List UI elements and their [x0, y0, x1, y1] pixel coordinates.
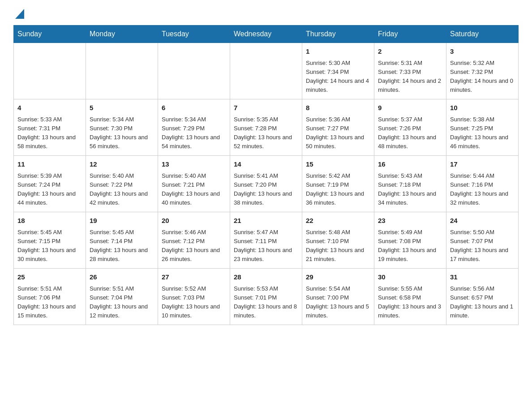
calendar-cell	[158, 43, 230, 99]
day-info: Sunrise: 5:54 AMSunset: 7:00 PMDaylight:…	[306, 284, 370, 321]
weekday-header-saturday: Saturday	[446, 26, 519, 43]
logo-triangle-icon	[15, 9, 24, 21]
calendar-week-row: 25Sunrise: 5:51 AMSunset: 7:06 PMDayligh…	[14, 269, 519, 325]
day-number: 7	[234, 103, 298, 113]
calendar-week-row: 11Sunrise: 5:39 AMSunset: 7:24 PMDayligh…	[14, 156, 519, 212]
calendar-cell: 13Sunrise: 5:40 AMSunset: 7:21 PMDayligh…	[158, 156, 230, 212]
calendar-cell: 8Sunrise: 5:36 AMSunset: 7:27 PMDaylight…	[302, 99, 374, 156]
day-info: Sunrise: 5:53 AMSunset: 7:01 PMDaylight:…	[234, 284, 298, 321]
calendar-cell: 12Sunrise: 5:40 AMSunset: 7:22 PMDayligh…	[86, 156, 158, 212]
calendar-cell: 21Sunrise: 5:47 AMSunset: 7:11 PMDayligh…	[230, 212, 302, 269]
calendar-cell: 29Sunrise: 5:54 AMSunset: 7:00 PMDayligh…	[302, 269, 374, 325]
day-number: 16	[378, 159, 442, 170]
weekday-header-monday: Monday	[86, 26, 158, 43]
day-info: Sunrise: 5:40 AMSunset: 7:22 PMDaylight:…	[90, 171, 154, 208]
calendar-cell: 28Sunrise: 5:53 AMSunset: 7:01 PMDayligh…	[230, 269, 302, 325]
day-info: Sunrise: 5:56 AMSunset: 6:57 PMDaylight:…	[450, 284, 515, 321]
day-number: 10	[450, 103, 515, 113]
calendar-cell: 31Sunrise: 5:56 AMSunset: 6:57 PMDayligh…	[446, 269, 519, 325]
calendar-cell	[86, 43, 158, 99]
calendar-cell: 17Sunrise: 5:44 AMSunset: 7:16 PMDayligh…	[446, 156, 519, 212]
day-number: 2	[378, 47, 442, 57]
day-number: 3	[450, 47, 515, 57]
day-info: Sunrise: 5:46 AMSunset: 7:12 PMDaylight:…	[162, 228, 226, 264]
calendar-cell: 3Sunrise: 5:32 AMSunset: 7:32 PMDaylight…	[446, 43, 519, 99]
calendar-cell: 4Sunrise: 5:33 AMSunset: 7:31 PMDaylight…	[14, 99, 86, 156]
logo	[13, 9, 24, 21]
day-number: 20	[162, 216, 226, 226]
calendar-cell	[230, 43, 302, 99]
day-number: 31	[450, 272, 515, 283]
day-info: Sunrise: 5:51 AMSunset: 7:04 PMDaylight:…	[90, 284, 154, 321]
day-number: 29	[306, 272, 370, 283]
day-info: Sunrise: 5:52 AMSunset: 7:03 PMDaylight:…	[162, 284, 226, 321]
day-info: Sunrise: 5:38 AMSunset: 7:25 PMDaylight:…	[450, 115, 515, 151]
day-number: 9	[378, 103, 442, 113]
day-number: 15	[306, 159, 370, 170]
day-number: 1	[306, 47, 370, 57]
day-number: 11	[17, 159, 82, 170]
day-info: Sunrise: 5:50 AMSunset: 7:07 PMDaylight:…	[450, 228, 515, 264]
calendar-cell: 14Sunrise: 5:41 AMSunset: 7:20 PMDayligh…	[230, 156, 302, 212]
day-info: Sunrise: 5:35 AMSunset: 7:28 PMDaylight:…	[234, 115, 298, 151]
day-info: Sunrise: 5:42 AMSunset: 7:19 PMDaylight:…	[306, 171, 370, 208]
day-number: 30	[378, 272, 442, 283]
day-number: 5	[90, 103, 154, 113]
calendar-cell: 7Sunrise: 5:35 AMSunset: 7:28 PMDaylight…	[230, 99, 302, 156]
calendar-header-row: SundayMondayTuesdayWednesdayThursdayFrid…	[14, 26, 519, 43]
day-info: Sunrise: 5:40 AMSunset: 7:21 PMDaylight:…	[162, 171, 226, 208]
calendar-cell: 22Sunrise: 5:48 AMSunset: 7:10 PMDayligh…	[302, 212, 374, 269]
day-info: Sunrise: 5:43 AMSunset: 7:18 PMDaylight:…	[378, 171, 442, 208]
weekday-header-thursday: Thursday	[302, 26, 374, 43]
calendar-cell: 24Sunrise: 5:50 AMSunset: 7:07 PMDayligh…	[446, 212, 519, 269]
calendar-cell: 26Sunrise: 5:51 AMSunset: 7:04 PMDayligh…	[86, 269, 158, 325]
day-number: 17	[450, 159, 515, 170]
day-number: 4	[17, 103, 82, 113]
day-info: Sunrise: 5:49 AMSunset: 7:08 PMDaylight:…	[378, 228, 442, 264]
day-info: Sunrise: 5:33 AMSunset: 7:31 PMDaylight:…	[17, 115, 82, 151]
calendar-cell: 15Sunrise: 5:42 AMSunset: 7:19 PMDayligh…	[302, 156, 374, 212]
day-number: 22	[306, 216, 370, 226]
weekday-header-wednesday: Wednesday	[230, 26, 302, 43]
day-info: Sunrise: 5:55 AMSunset: 6:58 PMDaylight:…	[378, 284, 442, 321]
day-info: Sunrise: 5:34 AMSunset: 7:30 PMDaylight:…	[90, 115, 154, 151]
day-info: Sunrise: 5:51 AMSunset: 7:06 PMDaylight:…	[17, 284, 82, 321]
calendar-cell: 1Sunrise: 5:30 AMSunset: 7:34 PMDaylight…	[302, 43, 374, 99]
calendar-week-row: 4Sunrise: 5:33 AMSunset: 7:31 PMDaylight…	[14, 99, 519, 156]
calendar-cell: 30Sunrise: 5:55 AMSunset: 6:58 PMDayligh…	[374, 269, 446, 325]
calendar-week-row: 18Sunrise: 5:45 AMSunset: 7:15 PMDayligh…	[14, 212, 519, 269]
weekday-header-sunday: Sunday	[14, 26, 86, 43]
day-info: Sunrise: 5:45 AMSunset: 7:14 PMDaylight:…	[90, 228, 154, 264]
day-info: Sunrise: 5:41 AMSunset: 7:20 PMDaylight:…	[234, 171, 298, 208]
calendar-cell: 2Sunrise: 5:31 AMSunset: 7:33 PMDaylight…	[374, 43, 446, 99]
day-info: Sunrise: 5:32 AMSunset: 7:32 PMDaylight:…	[450, 59, 515, 95]
day-number: 13	[162, 159, 226, 170]
calendar-cell	[14, 43, 86, 99]
calendar-cell: 23Sunrise: 5:49 AMSunset: 7:08 PMDayligh…	[374, 212, 446, 269]
calendar-cell: 11Sunrise: 5:39 AMSunset: 7:24 PMDayligh…	[14, 156, 86, 212]
calendar-cell: 27Sunrise: 5:52 AMSunset: 7:03 PMDayligh…	[158, 269, 230, 325]
day-number: 19	[90, 216, 154, 226]
day-number: 26	[90, 272, 154, 283]
day-number: 12	[90, 159, 154, 170]
calendar-cell: 5Sunrise: 5:34 AMSunset: 7:30 PMDaylight…	[86, 99, 158, 156]
day-number: 21	[234, 216, 298, 226]
day-info: Sunrise: 5:39 AMSunset: 7:24 PMDaylight:…	[17, 171, 82, 208]
calendar-cell: 9Sunrise: 5:37 AMSunset: 7:26 PMDaylight…	[374, 99, 446, 156]
svg-marker-0	[15, 9, 24, 19]
day-info: Sunrise: 5:34 AMSunset: 7:29 PMDaylight:…	[162, 115, 226, 151]
day-info: Sunrise: 5:30 AMSunset: 7:34 PMDaylight:…	[306, 59, 370, 95]
calendar-cell: 10Sunrise: 5:38 AMSunset: 7:25 PMDayligh…	[446, 99, 519, 156]
day-number: 6	[162, 103, 226, 113]
day-info: Sunrise: 5:47 AMSunset: 7:11 PMDaylight:…	[234, 228, 298, 264]
calendar-cell: 18Sunrise: 5:45 AMSunset: 7:15 PMDayligh…	[14, 212, 86, 269]
calendar-cell: 25Sunrise: 5:51 AMSunset: 7:06 PMDayligh…	[14, 269, 86, 325]
calendar-table: SundayMondayTuesdayWednesdayThursdayFrid…	[13, 25, 519, 325]
day-number: 25	[17, 272, 82, 283]
day-info: Sunrise: 5:45 AMSunset: 7:15 PMDaylight:…	[17, 228, 82, 264]
day-info: Sunrise: 5:36 AMSunset: 7:27 PMDaylight:…	[306, 115, 370, 151]
calendar-cell: 16Sunrise: 5:43 AMSunset: 7:18 PMDayligh…	[374, 156, 446, 212]
day-number: 8	[306, 103, 370, 113]
calendar-cell: 6Sunrise: 5:34 AMSunset: 7:29 PMDaylight…	[158, 99, 230, 156]
page-header	[13, 9, 519, 21]
